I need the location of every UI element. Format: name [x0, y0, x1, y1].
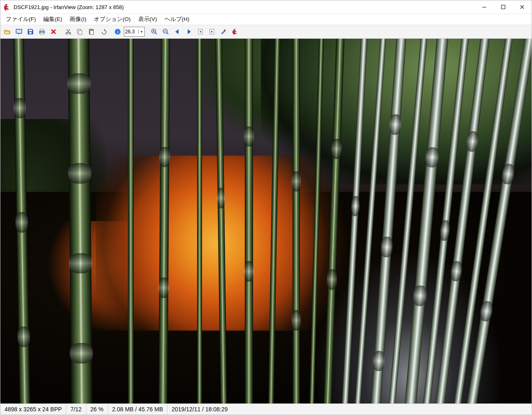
slideshow-icon	[15, 28, 23, 35]
close-button[interactable]	[513, 0, 532, 14]
prev-image-button[interactable]	[172, 26, 183, 37]
svg-rect-5	[29, 30, 32, 31]
svg-rect-0	[482, 7, 486, 7]
image-viewport[interactable]	[0, 39, 532, 403]
save-icon	[27, 28, 34, 35]
zoom-in-icon	[151, 28, 158, 35]
menu-image[interactable]: 画像(I)	[66, 14, 90, 25]
undo-button[interactable]	[98, 26, 108, 37]
zoom-dropdown-icon[interactable]: ▾	[138, 30, 144, 34]
save-button[interactable]	[25, 26, 36, 37]
window-title: DSCF1921.jpg - IrfanView (Zoom: 1287 x 8…	[14, 4, 475, 10]
menu-file[interactable]: ファイル(F)	[2, 14, 39, 25]
menubar: ファイル(F) 編集(E) 画像(I) オプション(O) 表示(V) ヘルプ(H…	[0, 14, 532, 25]
zoom-out-button[interactable]	[160, 26, 171, 37]
open-button[interactable]	[2, 26, 13, 37]
maximize-button[interactable]	[494, 0, 513, 14]
minimize-button[interactable]	[475, 0, 494, 14]
window-controls	[475, 0, 532, 14]
cut-button[interactable]	[63, 26, 74, 37]
status-index: 7/12	[66, 404, 86, 415]
app-window: DSCF1921.jpg - IrfanView (Zoom: 1287 x 8…	[0, 0, 532, 415]
info-button[interactable]: i	[112, 26, 123, 37]
copy-button[interactable]	[74, 26, 85, 37]
svg-point-10	[66, 33, 67, 34]
status-datetime: 2019/12/11 / 18:08:29	[167, 404, 532, 415]
next-image-button[interactable]	[184, 26, 194, 37]
prev-page-button[interactable]	[195, 26, 206, 37]
svg-text:i: i	[117, 29, 118, 34]
page-next-icon	[208, 28, 216, 35]
paste-button[interactable]	[86, 26, 97, 37]
titlebar: DSCF1921.jpg - IrfanView (Zoom: 1287 x 8…	[0, 0, 532, 14]
svg-rect-9	[40, 33, 44, 34]
svg-rect-1	[502, 5, 505, 9]
copy-icon	[76, 28, 84, 35]
info-icon: i	[114, 28, 121, 35]
about-button[interactable]	[230, 26, 240, 37]
delete-button[interactable]	[48, 26, 59, 37]
paste-icon	[88, 28, 95, 35]
print-button[interactable]	[37, 26, 47, 37]
folder-open-icon	[4, 28, 11, 35]
status-size: 2.08 MB / 45.76 MB	[108, 404, 168, 415]
settings-icon	[220, 28, 227, 35]
svg-rect-15	[90, 30, 93, 35]
svg-rect-3	[16, 30, 21, 33]
displayed-image	[0, 39, 532, 403]
print-icon	[38, 28, 46, 35]
menu-help[interactable]: ヘルプ(H)	[161, 14, 193, 25]
arrow-right-icon	[185, 28, 193, 35]
undo-icon	[99, 28, 107, 35]
zoom-out-icon	[162, 28, 170, 35]
svg-rect-8	[40, 29, 44, 31]
cut-icon	[65, 28, 72, 35]
svg-rect-6	[29, 32, 32, 34]
svg-rect-4	[18, 33, 20, 34]
app-icon	[3, 3, 11, 11]
next-page-button[interactable]	[207, 26, 217, 37]
menu-edit[interactable]: 編集(E)	[39, 14, 66, 25]
statusbar: 4898 x 3265 x 24 BPP 7/12 26 % 2.08 MB /…	[0, 403, 532, 415]
irfanview-icon	[231, 28, 239, 35]
status-zoom: 26 %	[86, 404, 108, 415]
delete-icon	[50, 28, 57, 35]
menu-view[interactable]: 表示(V)	[135, 14, 161, 25]
svg-rect-13	[79, 30, 82, 35]
zoom-in-button[interactable]	[149, 26, 160, 37]
status-dimensions: 4898 x 3265 x 24 BPP	[0, 404, 66, 415]
svg-point-11	[69, 33, 71, 34]
menu-options[interactable]: オプション(O)	[90, 14, 135, 25]
arrow-left-icon	[174, 28, 181, 35]
slideshow-button[interactable]	[14, 26, 24, 37]
settings-button[interactable]	[218, 26, 229, 37]
zoom-input[interactable]	[124, 29, 138, 35]
toolbar: i ▾	[0, 25, 532, 39]
zoom-combo[interactable]: ▾	[124, 27, 145, 37]
page-prev-icon	[197, 28, 204, 35]
